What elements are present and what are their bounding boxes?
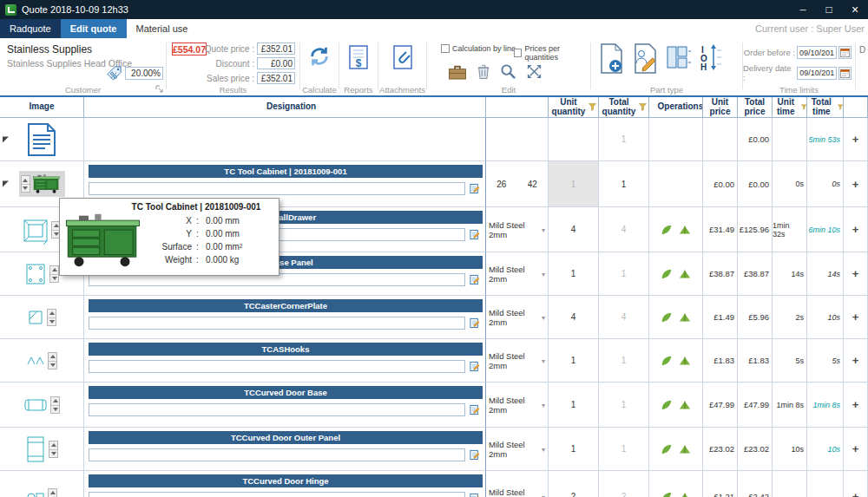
add-line-cell[interactable] [844, 339, 868, 383]
designation-input[interactable] [89, 317, 465, 330]
assembly-parts-icon[interactable] [666, 43, 692, 71]
table-row[interactable]: TCCasterCornerPlate Mild Steel 2mm 4 4 £… [0, 296, 868, 339]
discount-value-input[interactable] [257, 57, 295, 69]
order-before-input[interactable] [797, 46, 837, 59]
edit-designation-button[interactable] [468, 491, 482, 497]
prices-per-quantities-checkbox[interactable]: Prices per quantities [514, 44, 590, 62]
expand-arrows-icon[interactable] [526, 63, 542, 80]
unit-quantity-cell[interactable]: 1 [549, 383, 599, 428]
operations-header[interactable]: Operations [649, 97, 703, 118]
quantity-stepper[interactable] [47, 309, 56, 326]
unit-price-header[interactable]: Unit price [703, 97, 738, 118]
table-row[interactable]: TCASHooks Mild Steel 2mm 1 1 £1.83 £1.83… [0, 339, 868, 383]
group-dialog-launcher-icon[interactable] [155, 85, 163, 93]
quantity-stepper[interactable] [49, 265, 59, 283]
tab-radquote[interactable]: Radquote [0, 19, 61, 38]
quantity-stepper[interactable] [48, 352, 57, 369]
material-cell[interactable]: Mild Steel 2mm [486, 296, 549, 339]
edit-designation-button[interactable] [468, 359, 482, 373]
add-line-cell[interactable] [844, 252, 868, 296]
unit-quantity-cell[interactable]: 4 [549, 207, 599, 252]
add-part-icon[interactable] [598, 43, 624, 75]
attachments-button[interactable] [378, 45, 426, 69]
delete-trash-icon[interactable] [477, 63, 490, 80]
calculate-button[interactable] [300, 45, 339, 68]
sales-price-input[interactable] [257, 72, 295, 84]
discount-input[interactable] [125, 67, 163, 80]
delivery-date-calendar-button[interactable] [838, 67, 852, 80]
quantity-stepper[interactable] [49, 441, 58, 458]
designation-input[interactable] [89, 360, 465, 373]
customer-group-label: Customer [0, 85, 166, 95]
reports-button[interactable]: $ [339, 45, 378, 69]
current-user-label: Current user : Super User [755, 23, 868, 34]
quote-price-input[interactable] [257, 43, 295, 55]
toolbox-icon[interactable] [448, 63, 467, 80]
material-header[interactable] [486, 97, 549, 118]
add-line-cell[interactable] [844, 428, 868, 471]
maximize-button[interactable] [816, 0, 842, 19]
edit-designation-button[interactable] [468, 272, 482, 286]
material-value: Mild Steel 2mm [489, 265, 542, 284]
unit-quantity-cell[interactable]: 2 [549, 471, 599, 497]
add-line-cell[interactable] [844, 161, 868, 207]
tree-expander-icon[interactable] [3, 136, 9, 142]
quantity-stepper[interactable] [50, 396, 60, 414]
add-line-cell[interactable] [844, 471, 868, 497]
unit-quantity-cell[interactable]: 1 [549, 339, 599, 383]
add-line-cell[interactable] [844, 207, 868, 252]
minimize-button[interactable] [790, 0, 816, 19]
filter-funnel-icon[interactable] [639, 103, 647, 111]
table-row[interactable]: TCCurved Door Outer Panel Mild Steel 2mm… [0, 428, 868, 471]
material-cell[interactable]: Mild Steel 2mm [486, 339, 549, 383]
close-button[interactable] [842, 0, 868, 19]
plus-icon [852, 398, 859, 411]
material-cell[interactable]: Mild Steel 2mm [486, 207, 549, 252]
image-header[interactable]: Image [0, 97, 84, 118]
order-before-calendar-button[interactable] [838, 46, 852, 59]
edit-designation-button[interactable] [468, 181, 482, 195]
add-line-cell[interactable] [844, 383, 868, 428]
designation-input[interactable] [89, 492, 465, 497]
zoom-search-icon[interactable] [500, 63, 516, 80]
edit-designation-button[interactable] [468, 402, 482, 416]
total-time-header[interactable]: Total time [807, 97, 844, 118]
filter-funnel-icon[interactable] [589, 103, 596, 111]
designation-input[interactable] [89, 182, 465, 195]
edit-designation-button[interactable] [468, 448, 482, 461]
unit-quantity-cell[interactable] [549, 118, 599, 161]
filter-funnel-icon[interactable] [838, 103, 843, 111]
unit-time-header[interactable]: Unit time [773, 97, 807, 118]
unit-quantity-cell[interactable]: 4 [549, 296, 599, 339]
add-line-cell[interactable] [844, 296, 868, 339]
material-cell[interactable]: Mild Steel 2mm [486, 383, 549, 428]
edit-designation-button[interactable] [468, 227, 482, 241]
designation-header[interactable]: Designation [84, 97, 486, 118]
tab-material-use[interactable]: Material use [127, 19, 198, 38]
material-cell[interactable]: Mild Steel 2mm [486, 471, 549, 497]
add-line-cell[interactable] [844, 118, 868, 161]
unit-quantity-cell[interactable]: 1 [549, 428, 599, 471]
delivery-date-input[interactable] [797, 67, 837, 80]
order-columns-icon[interactable]: IOH [700, 43, 722, 71]
unit-quantity-cell[interactable]: 1 [549, 252, 599, 296]
unit-quantity-cell[interactable]: 1 [549, 161, 599, 207]
designation-input[interactable] [89, 403, 465, 416]
table-row[interactable]: TCCurved Door Base Mild Steel 2mm 1 1 £4… [0, 383, 868, 428]
table-row[interactable]: TCCurved Door Hinge Mild Steel 2mm 2 2 £… [0, 471, 868, 497]
material-cell[interactable]: Mild Steel 2mm [486, 428, 549, 471]
quantity-stepper[interactable] [48, 488, 57, 497]
designation-input[interactable] [89, 448, 465, 461]
tab-edit-quote[interactable]: Edit quote [61, 19, 127, 38]
edit-part-icon[interactable] [632, 43, 658, 75]
total-quantity-header[interactable]: Total quantity [599, 97, 649, 118]
total-price-header[interactable]: Total price [738, 97, 773, 118]
unit-quantity-header[interactable]: Unit quantity [549, 97, 599, 118]
calculation-by-line-checkbox[interactable]: Calculation by line [441, 44, 516, 53]
edit-designation-button[interactable] [468, 316, 482, 330]
material-cell[interactable]: Mild Steel 2mm [486, 252, 549, 296]
tree-expander-icon[interactable] [3, 181, 9, 187]
filter-funnel-icon[interactable] [801, 103, 806, 111]
quantity-stepper[interactable] [21, 175, 30, 193]
table-row[interactable]: 1 £0.00 5min 53s [0, 118, 868, 161]
